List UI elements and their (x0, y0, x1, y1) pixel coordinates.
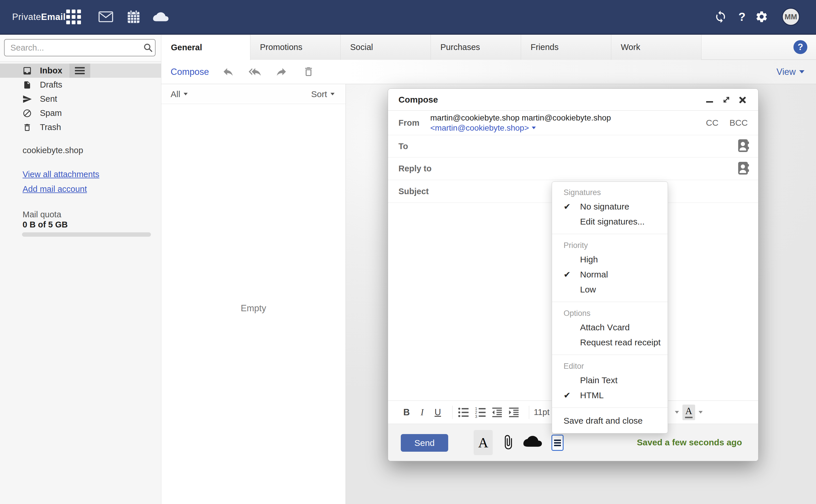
indent-icon[interactable] (508, 405, 520, 420)
to-input[interactable] (430, 135, 748, 157)
tab-friends[interactable]: Friends (521, 35, 611, 60)
account-domain: cookiebyte.shop (23, 146, 83, 155)
search-area (0, 35, 161, 62)
grid-glyph (66, 10, 81, 24)
compose-options-menu-button[interactable] (552, 435, 564, 451)
menu-section-header: Options (552, 307, 668, 320)
tab-label: Social (350, 42, 373, 52)
menu-section-header: Priority (552, 239, 668, 252)
address-book-icon[interactable] (737, 161, 750, 176)
from-address-dropdown[interactable]: <martin@cookiebyte.shop> (430, 123, 611, 133)
tab-work[interactable]: Work (611, 35, 702, 60)
sidebar-item-sent[interactable]: Sent (0, 92, 161, 106)
forward-icon[interactable] (274, 64, 288, 79)
menu-divider (552, 355, 668, 355)
toggle-formatting-button[interactable]: A (474, 430, 493, 455)
compose-button[interactable]: Compose (171, 60, 209, 84)
compose-title: Compose (398, 95, 438, 105)
menu-item-priority-normal[interactable]: ✔ Normal (552, 267, 668, 282)
send-button[interactable]: Send (401, 434, 448, 452)
compose-titlebar[interactable]: Compose (388, 89, 758, 111)
font-color-controls: A (675, 401, 703, 424)
chevron-down-icon[interactable] (675, 411, 679, 414)
checkmark-icon: ✔ (564, 270, 580, 279)
add-mail-account-link[interactable]: Add mail account (23, 184, 87, 194)
italic-button[interactable]: I (417, 405, 428, 420)
tabs-help-icon[interactable]: ? (793, 40, 807, 54)
underline-button[interactable]: U (432, 405, 444, 420)
menu-item-edit-signatures[interactable]: Edit signatures... (552, 214, 668, 229)
toolbar-separator (529, 406, 529, 419)
reply-to-input[interactable] (439, 157, 748, 180)
chevron-down-icon (184, 93, 188, 95)
bullet-list-icon[interactable] (457, 405, 470, 420)
outdent-icon[interactable] (491, 405, 504, 420)
toolbar-separator (452, 406, 453, 419)
sidebar-item-spam[interactable]: Spam (0, 106, 161, 120)
menu-item-save-draft-and-close[interactable]: Save draft and close (552, 412, 668, 429)
quota-progress-bar (22, 232, 151, 237)
tab-label: Friends (531, 42, 559, 52)
user-avatar[interactable]: MM (782, 8, 800, 26)
address-book-icon[interactable] (737, 139, 750, 154)
cloud-attach-icon[interactable] (523, 434, 542, 449)
brand-light: Private (12, 12, 41, 22)
menu-item-no-signature[interactable]: ✔ No signature (552, 199, 668, 214)
message-list: All Sort Empty (161, 84, 345, 504)
menu-item-attach-vcard[interactable]: Attach Vcard (552, 320, 668, 335)
category-tabs: General Promotions Social Purchases Frie… (161, 35, 816, 60)
help-icon[interactable]: ? (734, 9, 750, 25)
calendar-icon[interactable] (125, 9, 142, 25)
brand-bold: Email (41, 12, 66, 22)
view-attachments-link[interactable]: View all attachments (23, 170, 99, 179)
maximize-icon[interactable] (721, 94, 732, 105)
filter-dropdown[interactable]: All (171, 84, 188, 104)
color-swatch (685, 417, 693, 418)
settings-gear-icon[interactable] (754, 9, 770, 25)
sidebar-item-trash[interactable]: Trash (0, 120, 161, 134)
folder-label: Spam (40, 108, 62, 118)
bold-button[interactable]: B (401, 405, 413, 420)
font-color-button[interactable]: A (682, 405, 695, 420)
close-icon[interactable] (737, 94, 748, 105)
menu-section-header: Editor (552, 360, 668, 373)
minimize-icon[interactable] (704, 94, 715, 105)
reply-all-icon[interactable] (247, 64, 262, 79)
menu-item-priority-low[interactable]: Low (552, 282, 668, 297)
reply-icon[interactable] (221, 64, 235, 79)
calendar-glyph (127, 10, 140, 24)
apps-grid-icon[interactable] (65, 9, 82, 25)
mail-icon[interactable] (98, 9, 114, 25)
from-label: From (398, 118, 430, 128)
quota-value: 0 B of 5 GB (23, 220, 68, 229)
menu-item-label: No signature (580, 202, 629, 212)
sidebar-item-inbox[interactable]: Inbox (0, 64, 161, 78)
cloud-storage-icon[interactable] (153, 9, 169, 25)
delete-icon[interactable] (301, 64, 316, 79)
sort-dropdown[interactable]: Sort (311, 84, 334, 104)
refresh-icon[interactable] (713, 9, 729, 25)
chevron-down-icon[interactable] (699, 411, 703, 414)
sidebar-item-drafts[interactable]: Drafts (0, 78, 161, 92)
menu-item-priority-high[interactable]: High (552, 252, 668, 267)
menu-item-request-read-receipt[interactable]: Request read receipt (552, 335, 668, 350)
menu-item-label: Request read receipt (580, 338, 661, 347)
reply-to-row: Reply to (388, 157, 758, 180)
search-input[interactable] (4, 39, 156, 56)
tab-social[interactable]: Social (340, 35, 431, 60)
menu-item-plain-text[interactable]: Plain Text (552, 373, 668, 388)
tab-purchases[interactable]: Purchases (431, 35, 521, 60)
to-row: To (388, 135, 758, 157)
view-dropdown[interactable]: View (776, 60, 804, 84)
sent-icon (22, 94, 32, 104)
menu-divider (552, 302, 668, 302)
numbered-list-icon[interactable]: 1 2 3 (474, 405, 487, 420)
tab-promotions[interactable]: Promotions (250, 35, 340, 60)
menu-item-html[interactable]: ✔ HTML (552, 388, 668, 403)
cc-button[interactable]: CC (706, 118, 718, 128)
attachment-icon[interactable] (500, 434, 516, 452)
tab-label: General (171, 43, 202, 52)
tab-general[interactable]: General (161, 35, 250, 60)
menu-divider (552, 234, 668, 234)
bcc-button[interactable]: BCC (730, 118, 748, 128)
